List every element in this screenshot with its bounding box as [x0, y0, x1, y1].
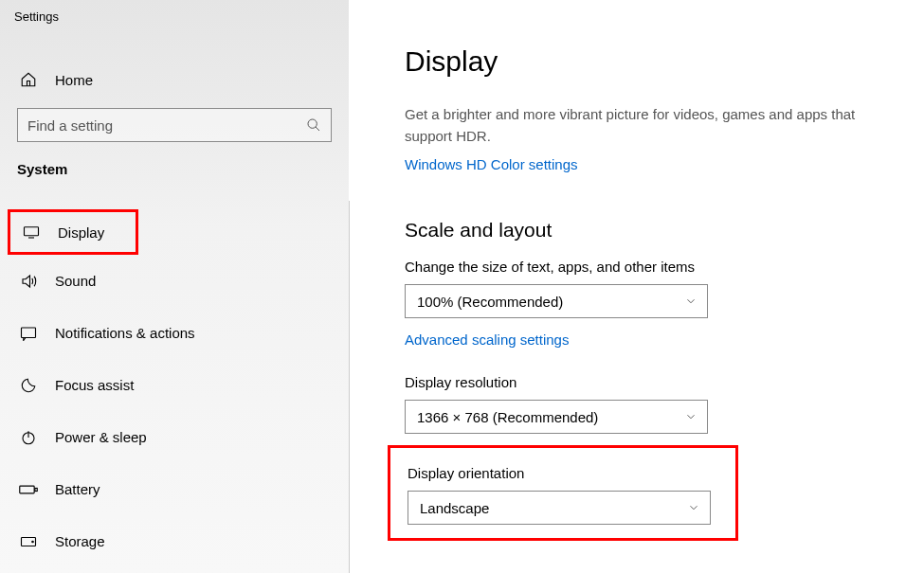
sound-icon — [19, 273, 38, 290]
nav-display-label: Display — [58, 224, 104, 241]
home-icon — [19, 71, 38, 88]
nav-battery-label: Battery — [55, 481, 100, 497]
chevron-down-icon — [684, 410, 698, 423]
nav-storage[interactable]: Storage — [0, 515, 349, 567]
nav-notifications[interactable]: Notifications & actions — [0, 307, 349, 359]
notifications-icon — [19, 326, 38, 341]
resolution-label: Display resolution — [405, 374, 924, 390]
orientation-label: Display orientation — [408, 465, 735, 481]
category-label: System — [0, 152, 349, 187]
svg-point-10 — [32, 541, 34, 543]
nav-power[interactable]: Power & sleep — [0, 411, 349, 463]
search-input[interactable] — [17, 108, 332, 142]
nav-battery[interactable]: Battery — [0, 463, 349, 515]
hdr-settings-link[interactable]: Windows HD Color settings — [405, 156, 578, 172]
orientation-highlight: Display orientation Landscape — [388, 445, 738, 541]
svg-rect-2 — [25, 227, 39, 236]
home-label: Home — [55, 72, 93, 88]
nav-notifications-label: Notifications & actions — [55, 325, 195, 341]
scale-value: 100% (Recommended) — [417, 294, 563, 310]
nav-sound[interactable]: Sound — [0, 255, 349, 307]
scale-dropdown[interactable]: 100% (Recommended) — [405, 284, 708, 318]
search-icon — [306, 117, 321, 133]
nav-sound-label: Sound — [55, 273, 96, 289]
orientation-value: Landscape — [420, 500, 489, 516]
svg-point-0 — [308, 119, 317, 128]
nav-focus[interactable]: Focus assist — [0, 359, 349, 411]
battery-icon — [19, 484, 38, 495]
scale-label: Change the size of text, apps, and other… — [405, 259, 924, 275]
window-title: Settings — [0, 6, 349, 32]
storage-icon — [19, 535, 38, 548]
nav-display[interactable]: Display — [8, 209, 138, 255]
resolution-dropdown[interactable]: 1366 × 768 (Recommended) — [405, 400, 708, 434]
hdr-description: Get a brighter and more vibrant picture … — [405, 104, 897, 147]
nav-power-label: Power & sleep — [55, 429, 147, 445]
nav-focus-label: Focus assist — [55, 377, 134, 393]
resolution-value: 1366 × 768 (Recommended) — [417, 409, 598, 425]
svg-rect-7 — [20, 486, 34, 493]
scale-heading: Scale and layout — [405, 219, 924, 242]
home-nav[interactable]: Home — [0, 57, 349, 102]
page-title: Display — [405, 45, 924, 78]
advanced-scaling-link[interactable]: Advanced scaling settings — [405, 331, 569, 348]
sidebar: Settings Home System — [0, 0, 349, 573]
power-icon — [19, 429, 38, 446]
svg-rect-4 — [22, 328, 36, 338]
nav-storage-label: Storage — [55, 533, 105, 549]
chevron-down-icon — [684, 295, 698, 308]
main-pane: Display Get a brighter and more vibrant … — [350, 0, 924, 573]
svg-line-1 — [316, 127, 319, 131]
chevron-down-icon — [687, 501, 700, 514]
display-icon — [22, 225, 41, 239]
focus-icon — [19, 377, 38, 394]
svg-rect-8 — [35, 488, 37, 491]
orientation-dropdown[interactable]: Landscape — [408, 491, 711, 525]
